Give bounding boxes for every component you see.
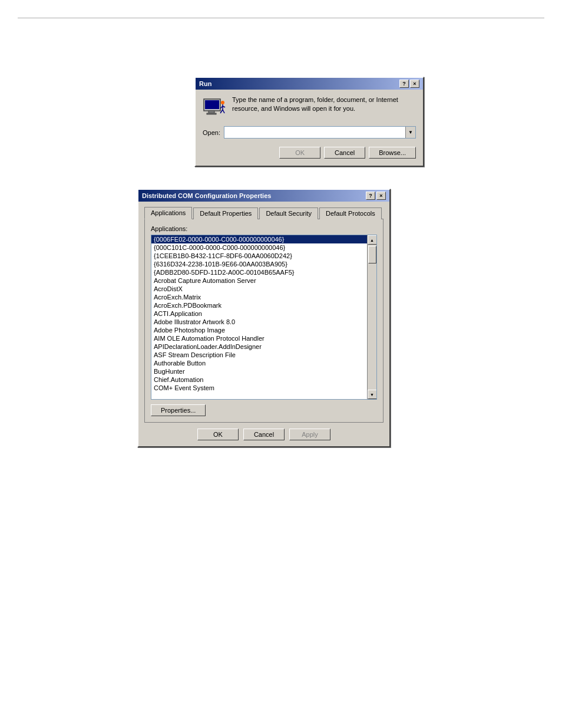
- dcom-ok-button[interactable]: OK: [197, 429, 239, 440]
- app-listbox[interactable]: {0006FE02-0000-0000-C000-000000000046} {…: [151, 235, 377, 400]
- properties-btn-row: Properties...: [151, 404, 377, 416]
- svg-point-4: [221, 101, 224, 104]
- svg-rect-2: [209, 111, 214, 113]
- run-browse-button[interactable]: Browse...: [369, 147, 416, 159]
- dcom-apply-button[interactable]: Apply: [289, 429, 330, 440]
- run-titlebar: Run ? ×: [196, 78, 423, 90]
- run-icon-svg: [203, 95, 226, 119]
- list-item[interactable]: Authorable Button: [151, 359, 367, 367]
- list-item[interactable]: Acrobat Capture Automation Server: [151, 276, 367, 285]
- dcom-dialog: Distributed COM Configuration Properties…: [137, 189, 391, 447]
- app-scrollbar: ▲ ▼: [367, 235, 376, 399]
- scroll-down-arrow[interactable]: ▼: [368, 390, 377, 399]
- run-close-button[interactable]: ×: [410, 80, 419, 88]
- page: Run ? ×: [0, 0, 562, 48]
- run-input-combo[interactable]: ▼: [224, 126, 416, 139]
- list-item[interactable]: {ADBB2D80-5DFD-11D2-A00C-00104B65AAF5}: [151, 268, 367, 276]
- top-divider: [18, 18, 544, 18]
- dcom-tab-content: Applications: {0006FE02-0000-0000-C000-0…: [144, 219, 384, 423]
- list-item[interactable]: BugHunter: [151, 367, 367, 375]
- dcom-tab-bar: Applications Default Properties Default …: [144, 206, 384, 219]
- scroll-up-arrow[interactable]: ▲: [368, 235, 377, 245]
- run-ok-button[interactable]: OK: [279, 147, 320, 159]
- list-item[interactable]: Adobe Photoshop Image: [151, 326, 367, 334]
- dcom-cancel-button[interactable]: Cancel: [243, 429, 285, 440]
- list-item[interactable]: AIM OLE Automation Protocol Handler: [151, 334, 367, 342]
- run-open-label: Open:: [203, 129, 220, 136]
- properties-button[interactable]: Properties...: [151, 404, 206, 416]
- svg-rect-1: [205, 100, 219, 109]
- list-item[interactable]: {6316D324-2238-101B-9E66-00AA003BA905}: [151, 260, 367, 268]
- scroll-thumb[interactable]: [368, 246, 376, 263]
- run-info-area: Type the name of a program, folder, docu…: [203, 95, 416, 119]
- dcom-titlebar: Distributed COM Configuration Properties…: [138, 190, 389, 202]
- dcom-titlebar-controls: ? ×: [366, 192, 386, 200]
- dcom-help-button[interactable]: ?: [366, 192, 375, 200]
- tab-default-properties[interactable]: Default Properties: [193, 207, 258, 219]
- list-item[interactable]: AcroExch.PDBookmark: [151, 301, 367, 309]
- list-item[interactable]: ACTI.Application: [151, 309, 367, 318]
- run-cancel-button[interactable]: Cancel: [324, 147, 365, 159]
- list-item[interactable]: COM+ Event System: [151, 384, 367, 392]
- list-item[interactable]: Chief.Automation: [151, 375, 367, 384]
- dcom-close-button[interactable]: ×: [376, 192, 386, 200]
- list-item[interactable]: ASF Stream Description File: [151, 351, 367, 359]
- list-item[interactable]: {000C101C-0000-0000-C000-000000000046}: [151, 243, 367, 252]
- app-list-items: {0006FE02-0000-0000-C000-000000000046} {…: [151, 235, 367, 399]
- tab-default-protocols[interactable]: Default Protocols: [319, 207, 382, 219]
- dcom-footer: OK Cancel Apply: [144, 429, 384, 440]
- run-buttons: OK Cancel Browse...: [203, 147, 416, 159]
- list-item[interactable]: {0006FE02-0000-0000-C000-000000000046}: [151, 235, 367, 243]
- dcom-body: Applications Default Properties Default …: [138, 202, 389, 446]
- list-item[interactable]: APIDeclarationLoader.AddInDesigner: [151, 342, 367, 351]
- tab-default-security[interactable]: Default Security: [259, 207, 318, 219]
- svg-line-7: [223, 110, 224, 113]
- run-dialog: Run ? ×: [194, 77, 424, 167]
- run-info-text: Type the name of a program, folder, docu…: [232, 95, 416, 114]
- run-input[interactable]: [224, 127, 405, 138]
- list-item[interactable]: AcroExch.Matrix: [151, 293, 367, 301]
- run-body: Type the name of a program, folder, docu…: [196, 90, 423, 166]
- list-item[interactable]: Adobe Illustrator Artwork 8.0: [151, 318, 367, 326]
- run-titlebar-controls: ? ×: [399, 80, 419, 88]
- dcom-title: Distributed COM Configuration Properties: [142, 192, 271, 199]
- svg-rect-3: [207, 113, 216, 114]
- run-combo-arrow[interactable]: ▼: [405, 127, 415, 138]
- run-title: Run: [199, 80, 211, 87]
- list-item[interactable]: {1CEEB1B0-B432-11CF-8DF6-00AA0060D242}: [151, 252, 367, 260]
- tab-applications[interactable]: Applications: [144, 207, 192, 219]
- applications-label: Applications:: [151, 225, 377, 232]
- scroll-track[interactable]: [368, 245, 376, 390]
- run-icon: [203, 95, 226, 119]
- list-item[interactable]: AcroDistX: [151, 285, 367, 293]
- run-help-button[interactable]: ?: [399, 80, 409, 88]
- run-open-row: Open: ▼: [203, 126, 416, 139]
